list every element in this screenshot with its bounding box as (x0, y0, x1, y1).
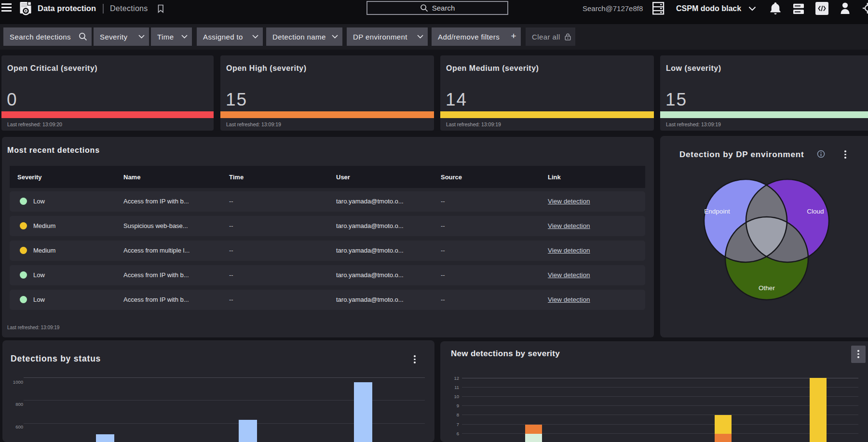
svg-text:Cloud: Cloud (807, 208, 824, 215)
svg-text:Endpoint: Endpoint (704, 208, 730, 215)
svg-text:Other: Other (759, 284, 775, 292)
